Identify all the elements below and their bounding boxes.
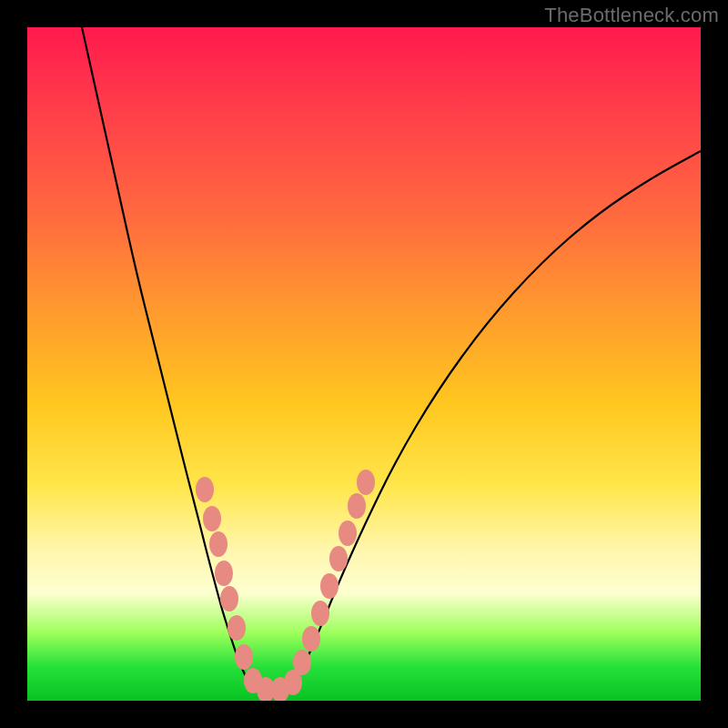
outer-frame: TheBottleneck.com <box>0 0 728 728</box>
bead-marker <box>220 586 238 612</box>
bead-marker <box>339 521 357 546</box>
bead-group <box>196 470 375 701</box>
bead-marker <box>320 573 339 599</box>
bead-marker <box>348 493 366 519</box>
curve-right <box>291 151 701 688</box>
bead-marker <box>209 531 228 557</box>
plot-area <box>27 27 701 701</box>
chart-svg <box>27 27 701 701</box>
bead-marker <box>228 615 246 641</box>
bead-marker <box>293 650 311 675</box>
bead-marker <box>329 546 348 571</box>
bead-marker <box>311 601 329 626</box>
bead-marker <box>357 470 375 495</box>
bead-marker <box>215 561 233 586</box>
bead-marker <box>302 626 320 652</box>
bead-marker <box>203 506 221 531</box>
watermark-text: TheBottleneck.com <box>544 4 719 27</box>
bead-marker <box>235 644 253 670</box>
bead-marker <box>196 477 214 502</box>
